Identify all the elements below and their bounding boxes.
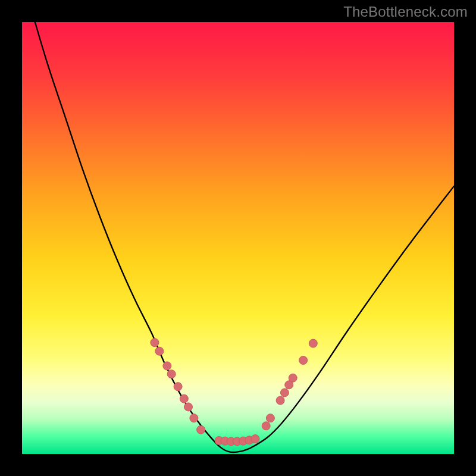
curve-markers bbox=[151, 339, 317, 446]
curve-marker bbox=[167, 370, 176, 378]
curve-marker bbox=[276, 396, 284, 405]
curve-marker bbox=[151, 339, 159, 347]
curve-marker bbox=[197, 425, 205, 434]
plot-area bbox=[22, 22, 454, 454]
curve-marker bbox=[190, 414, 198, 422]
curve-marker bbox=[309, 339, 317, 347]
curve-marker bbox=[251, 435, 259, 443]
watermark-text: TheBottleneck.com bbox=[343, 4, 468, 20]
curve-marker bbox=[280, 389, 289, 397]
chart-frame: TheBottleneck.com bbox=[0, 0, 476, 476]
curve-marker bbox=[184, 403, 193, 411]
curve-marker bbox=[174, 383, 182, 391]
curve-marker bbox=[299, 356, 308, 365]
curve-marker bbox=[266, 414, 274, 422]
curve-marker bbox=[163, 362, 171, 370]
curve-marker bbox=[155, 347, 164, 355]
curve-marker bbox=[262, 422, 270, 430]
chart-svg bbox=[22, 22, 454, 454]
bottleneck-curve bbox=[35, 22, 454, 452]
curve-marker bbox=[289, 374, 297, 382]
curve-marker bbox=[180, 394, 188, 403]
